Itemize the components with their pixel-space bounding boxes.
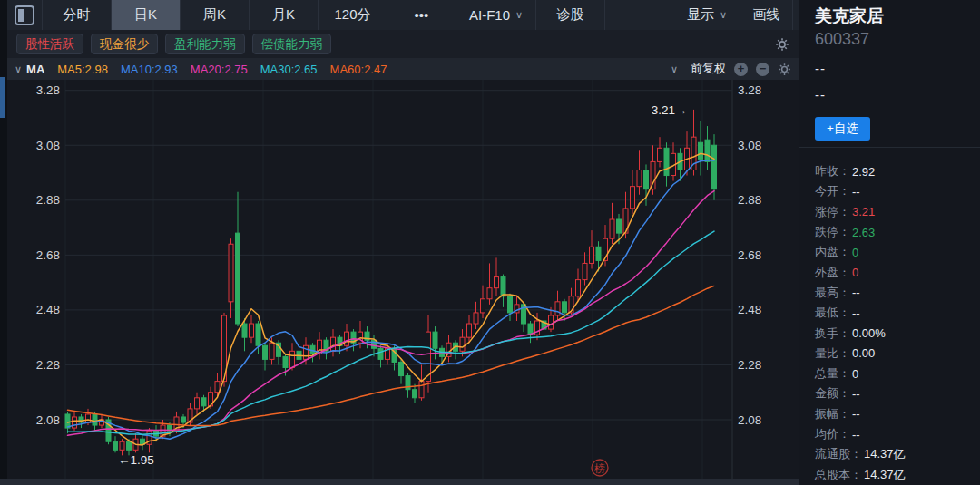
candles-layer [65,110,717,455]
zoom-in-button[interactable]: + [734,63,748,76]
toolbar-tab-7[interactable]: 诊股 [536,0,605,30]
chevron-down-icon: ∨ [720,9,727,21]
stock-tag-2[interactable]: 盈利能力弱 [165,34,245,54]
ma-line-10 [68,160,715,439]
info-value: 2.63 [852,226,875,239]
candle-down [236,233,240,324]
y-axis-label-right: 2.28 [738,358,761,372]
candle-down [617,219,622,233]
candle-down [433,332,437,348]
chart-canvas: 3.21→←1.95榜3.283.283.083.082.882.882.682… [7,80,799,479]
y-axis-label-left: 2.88 [36,193,60,207]
info-value: -- [852,185,860,199]
info-label: 量比： [815,345,850,362]
toolbar-tab-2[interactable]: 周K [181,0,250,30]
toolbar-tab-3[interactable]: 月K [250,0,318,30]
info-value: -- [852,306,860,320]
info-row-0: 昨收：2.92 [815,161,969,181]
candle-up [419,382,424,398]
ma-legend-30: MA30:2.65 [260,63,318,76]
info-value: 14.37亿 [864,446,906,462]
info-row-8: 换手：0.00% [815,323,969,343]
info-row-6: 最高：-- [815,283,969,303]
left-edge-fragment [0,77,5,118]
ma-legend-5: MA5:2.98 [57,63,108,76]
candle-down [201,398,206,406]
candle-up [86,414,91,422]
info-row-2: 涨停：3.21 [815,202,969,222]
chevron-down-icon[interactable]: ∨ [15,63,22,75]
y-axis-label-right: 2.08 [738,413,761,427]
ma-legend-60: MA60:2.47 [330,63,387,76]
candle-up [304,345,309,359]
toolbar-right-tab-1[interactable]: 画线 [740,6,792,24]
candle-up [345,332,349,345]
stock-tags-row: 股性活跃现金很少盈利能力弱偿债能力弱 [7,30,799,58]
candle-down [181,417,186,422]
info-value: 2.92 [852,165,875,179]
price-change: -- [815,87,826,102]
y-axis-label-left: 2.28 [36,358,60,372]
candlestick-chart[interactable]: 3.21→←1.95榜3.283.283.083.082.882.882.682… [7,80,799,479]
stock-chart-app: 分时日K周K月K120分•••AI-F10∨诊股 显示∨画线 股性活跃现金很少盈… [0,0,980,485]
sidebar-toggle-left[interactable] [7,0,43,30]
zoom-out-button[interactable]: − [756,63,769,76]
current-price: -- [815,61,826,76]
info-row-11: 金额：-- [815,383,969,403]
info-row-14: 流通股：14.37亿 [815,444,969,464]
toolbar-tab-4[interactable]: 120分 [318,0,387,30]
candle-up [229,244,233,302]
ma-legend-10: MA10:2.93 [121,63,178,76]
candle-up [658,148,662,161]
candle-down [664,148,669,175]
ma-line-5 [68,153,715,445]
price-annotation: 3.21→ [652,103,688,117]
candle-down [263,345,268,359]
toolbar-tab-6[interactable]: AI-F10∨ [456,0,536,30]
candle-down [113,441,118,450]
info-row-7: 最低：-- [815,303,969,323]
settings-gear-icon[interactable] [775,37,789,52]
info-label: 流通股： [815,446,862,462]
stock-tag-0[interactable]: 股性活跃 [16,34,83,54]
toolbar-right-tab-0[interactable]: 显示∨ [674,6,740,24]
info-label: 跌停： [815,224,850,240]
adjust-mode-label[interactable]: 前复权 [691,61,726,77]
info-row-4: 内盘：0 [815,242,969,262]
toolbar-tab-5[interactable]: ••• [387,0,456,30]
info-row-1: 今开：-- [815,181,969,201]
info-label: 最高： [815,285,850,301]
toolbar-tab-0[interactable]: 分时 [43,0,112,30]
stock-code: 600337 [815,30,869,49]
chevron-down-icon[interactable]: ∨ [671,63,678,75]
toolbar-tab-1[interactable]: 日K [112,0,181,30]
candle-up [631,187,635,209]
chart-settings-gear-icon[interactable] [778,63,791,76]
info-row-3: 跌停：2.63 [815,222,969,242]
y-axis-label-right: 2.68 [738,248,761,262]
info-label: 今开： [815,183,850,199]
candle-up [495,277,499,288]
candle-up [610,219,614,238]
panel-toggle-icon [15,5,34,25]
stock-tag-1[interactable]: 现金很少 [91,34,158,54]
candle-down [705,140,710,161]
candle-down [712,145,717,189]
info-value: 0 [852,367,858,381]
candle-down [399,362,404,375]
y-axis-label-left: 3.28 [36,83,60,97]
y-axis-label-left: 3.08 [36,139,60,152]
info-label: 振幅： [815,406,850,422]
candle-up [555,302,560,315]
info-row-12: 振幅：-- [815,404,969,424]
candle-up [290,351,295,367]
info-value: 0 [852,246,858,259]
top-toolbar: 分时日K周K月K120分•••AI-F10∨诊股 显示∨画线 [7,0,799,30]
stock-tag-3[interactable]: 偿债能力弱 [252,34,332,54]
info-label: 涨停： [815,204,850,220]
candle-down [242,324,247,337]
add-watchlist-button[interactable]: +自选 [815,117,870,141]
candle-down [501,277,505,296]
stock-name: 美克家居 [815,5,884,28]
toolbar-spacer [605,0,674,30]
